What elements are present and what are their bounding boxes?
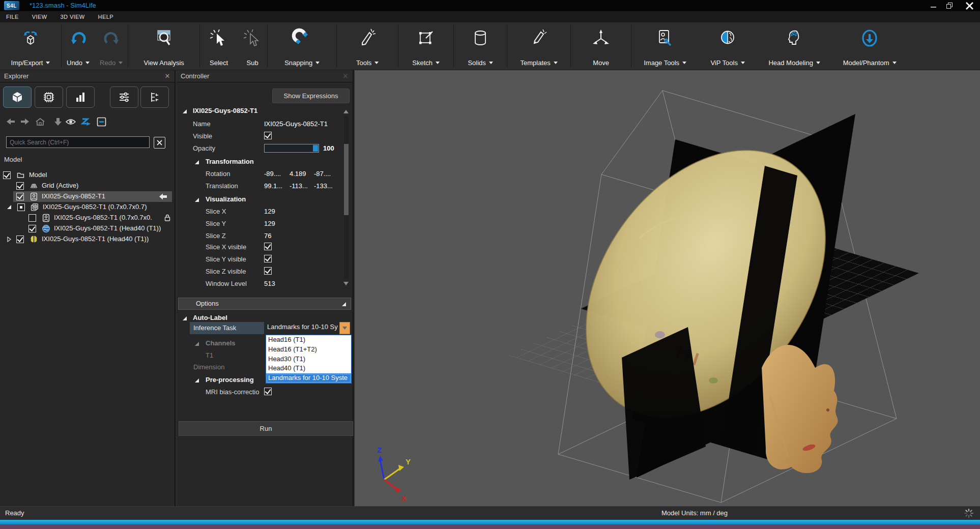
clear-search-button[interactable]: [154, 137, 165, 149]
window-level-label: Window Level: [206, 280, 247, 290]
section-expander-icon[interactable]: [194, 160, 199, 165]
expander-expanded-icon[interactable]: [7, 204, 12, 210]
tree-row-model[interactable]: Model: [0, 170, 176, 181]
toolbar-button-undo[interactable]: Undo: [62, 22, 95, 70]
collapse-all-icon[interactable]: [96, 117, 107, 126]
toolbar-button-templates[interactable]: Templates: [507, 22, 570, 70]
scrollbar-thumb[interactable]: [344, 144, 349, 215]
toolbar-button-redo[interactable]: Redo: [95, 22, 128, 70]
opacity-value: 100: [323, 144, 334, 152]
tab-properties-view[interactable]: [110, 86, 138, 108]
slice-y-visible-checkbox[interactable]: [264, 255, 272, 262]
slice-x-visible-checkbox[interactable]: [264, 243, 272, 250]
tree-row-head40-surface[interactable]: IXI025-Guys-0852-T1 (Head40 (T1)): [0, 234, 176, 245]
toolbar-button-imp-export[interactable]: Imp/Export: [0, 22, 61, 70]
controller-panel-header[interactable]: Controller ✕: [177, 70, 353, 82]
down-arrow-icon[interactable]: [52, 117, 64, 126]
visibility-checkbox[interactable]: [16, 182, 24, 190]
show-expressions-button[interactable]: Show Expressions: [272, 89, 350, 103]
toolbar-button-model-phantom[interactable]: Model/Phantom: [832, 22, 907, 70]
rotation-y-value[interactable]: 4.189: [290, 170, 306, 178]
translation-y-value[interactable]: -113...: [290, 182, 308, 190]
expander-collapsed-icon[interactable]: [7, 237, 12, 242]
quick-search-input[interactable]: [6, 136, 150, 148]
explorer-panel-header[interactable]: Explorer ✕: [0, 70, 175, 82]
run-button[interactable]: Run: [179, 421, 353, 436]
move-axes-icon: [590, 26, 612, 51]
toolbar-button-move[interactable]: Move: [571, 22, 631, 70]
section-expander-icon[interactable]: [182, 316, 187, 321]
zoom-to-selection-icon[interactable]: [80, 117, 92, 126]
toolbar-button-select[interactable]: Select: [200, 22, 238, 70]
tab-hierarchy-view[interactable]: [140, 86, 169, 108]
visibility-checkbox[interactable]: [3, 171, 11, 179]
menu-view[interactable]: VIEW: [32, 14, 47, 20]
menu-help[interactable]: HELP: [98, 14, 113, 20]
restore-button[interactable]: [942, 0, 957, 11]
toolbar-button-vip-tools[interactable]: ViP Tools: [699, 22, 757, 70]
options-bar[interactable]: Options: [178, 298, 351, 310]
tree-row-image-selected[interactable]: IXI025-Guys-0852-T1: [0, 191, 176, 202]
slice-x-value[interactable]: 129: [264, 208, 275, 215]
visibility-checkbox[interactable]: [28, 214, 36, 222]
explorer-close-icon[interactable]: ✕: [163, 72, 171, 80]
slice-z-visible-checkbox[interactable]: [264, 267, 272, 275]
controller-scrollbar[interactable]: [344, 116, 349, 280]
toolbar-button-tools[interactable]: Tools: [337, 22, 398, 70]
name-value[interactable]: IXI025-Guys-0852-T1: [264, 120, 328, 128]
close-button[interactable]: [961, 0, 978, 11]
dropdown-option[interactable]: Head30 (T1): [266, 355, 351, 364]
slice-z-value[interactable]: 76: [264, 232, 271, 240]
menu-3d-view[interactable]: 3D VIEW: [61, 14, 85, 20]
3d-viewport[interactable]: Z Y X: [355, 70, 980, 506]
tab-model-view[interactable]: [3, 86, 32, 108]
tree-row-grid[interactable]: Grid (Active): [0, 181, 176, 191]
channels-expander-icon[interactable]: [194, 341, 199, 346]
tree-row-resampled-locked[interactable]: IXI025-Guys-0852-T1 (0.7x0.7x0.: [0, 213, 176, 223]
toolbar-button-snapping[interactable]: Snapping: [268, 22, 336, 70]
menu-file[interactable]: FILE: [6, 14, 19, 20]
minimize-button[interactable]: [926, 0, 940, 11]
scroll-up-icon[interactable]: [343, 109, 349, 114]
scroll-down-icon[interactable]: [343, 281, 349, 286]
section-expander-icon[interactable]: [194, 197, 199, 202]
toolbar-button-sub[interactable]: Sub: [238, 22, 267, 70]
dropdown-option[interactable]: Head16 (T1): [266, 335, 351, 345]
window-level-value[interactable]: 513: [264, 280, 275, 287]
mri-bias-correction-checkbox[interactable]: [264, 388, 272, 395]
rotation-z-value[interactable]: -87....: [314, 170, 331, 178]
rotation-x-value[interactable]: -89....: [264, 170, 281, 178]
toolbar-button-solids[interactable]: Solids: [454, 22, 507, 70]
tree-row-head40-labelfield[interactable]: IXI025-Guys-0852-T1 (Head40 (T1)): [0, 223, 176, 234]
toolbar-button-sketch[interactable]: Sketch: [398, 22, 453, 70]
slice-y-value[interactable]: 129: [264, 220, 275, 227]
translation-label: Translation: [206, 182, 238, 192]
opacity-slider[interactable]: [264, 144, 319, 153]
inference-task-value[interactable]: Landmarks for 10-10 Sy: [267, 323, 338, 331]
toolbar-button-head-modeling[interactable]: Head Modeling: [757, 22, 832, 70]
controller-close-icon[interactable]: ✕: [341, 72, 350, 80]
visibility-eye-icon[interactable]: [65, 117, 76, 126]
home-icon[interactable]: [35, 117, 46, 126]
opacity-slider-handle[interactable]: [313, 145, 318, 152]
visibility-checkbox-partial[interactable]: [17, 203, 25, 211]
inference-task-dropdown-button[interactable]: [339, 322, 350, 334]
dropdown-option-selected[interactable]: Landmarks for 10-10 Syste: [266, 373, 351, 383]
toolbar-button-image-tools[interactable]: Image Tools: [631, 22, 699, 70]
back-icon[interactable]: [5, 117, 16, 126]
dropdown-option[interactable]: Head40 (T1): [266, 364, 351, 373]
tab-simulation-view[interactable]: [35, 86, 63, 108]
visibility-checkbox[interactable]: [16, 193, 24, 200]
preprocessing-expander-icon[interactable]: [194, 378, 199, 383]
tree-row-resampled[interactable]: IXI025-Guys-0852-T1 (0.7x0.7x0.7): [0, 202, 176, 213]
tab-analysis-view[interactable]: [66, 86, 95, 108]
translation-x-value[interactable]: 99.1...: [264, 182, 282, 190]
translation-z-value[interactable]: -133...: [314, 182, 333, 190]
visibility-checkbox[interactable]: [28, 225, 36, 232]
toolbar-button-view-analysis[interactable]: View Analysis: [128, 22, 199, 70]
visibility-checkbox[interactable]: [16, 236, 24, 243]
section-expander-icon[interactable]: [182, 109, 187, 114]
visible-checkbox[interactable]: [264, 132, 272, 139]
forward-icon[interactable]: [19, 117, 31, 126]
dropdown-option[interactable]: Head16 (T1+T2): [266, 345, 351, 355]
